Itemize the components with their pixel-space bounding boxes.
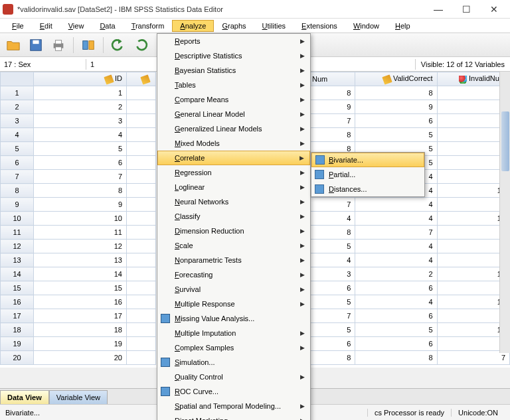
cell[interactable]: 11	[34, 226, 127, 240]
cell[interactable]: 8	[311, 86, 355, 100]
table-row[interactable]: 887	[311, 351, 510, 365]
tab-data-view[interactable]: Data View	[0, 390, 49, 404]
menu-transform[interactable]: Transform	[124, 20, 173, 32]
cell[interactable]: 5	[34, 142, 127, 156]
menu-edit[interactable]: Edit	[32, 20, 60, 32]
row-header[interactable]: 16	[1, 295, 34, 309]
menu-view[interactable]: View	[60, 20, 92, 32]
cell[interactable]: 5	[311, 295, 355, 309]
cell[interactable]	[127, 267, 156, 281]
row-header[interactable]: 11	[1, 226, 34, 240]
cell[interactable]: 12	[34, 240, 127, 253]
menu-item-simulation-[interactable]: Simulation...	[157, 355, 310, 370]
row-header[interactable]: 20	[1, 351, 34, 365]
menu-item-direct-marketing[interactable]: Direct Marketing▶	[157, 413, 310, 420]
table-row[interactable]: 2020	[1, 351, 156, 365]
row-header[interactable]: 1	[1, 86, 34, 100]
cell[interactable]: 8	[355, 351, 437, 365]
menu-item-regression[interactable]: Regression▶	[157, 165, 310, 180]
cell[interactable]: 6	[355, 337, 437, 351]
table-row[interactable]: 66	[1, 156, 156, 170]
table-row[interactable]: 1111	[1, 226, 156, 240]
tab-variable-view[interactable]: Variable View	[49, 390, 108, 404]
cell[interactable]: 2	[355, 267, 437, 281]
print-button[interactable]	[49, 36, 68, 54]
menu-item-compare-means[interactable]: Compare Means▶	[157, 92, 310, 107]
open-button[interactable]	[4, 36, 23, 54]
cell[interactable]: 8	[355, 86, 437, 100]
table-row[interactable]: 1919	[1, 337, 156, 351]
menu-item-roc-curve-[interactable]: ROC Curve...	[157, 384, 310, 399]
menu-item-loglinear[interactable]: Loglinear▶	[157, 180, 310, 194]
close-button[interactable]: ✕	[486, 1, 502, 17]
menu-item-missing-value-analysis-[interactable]: Missing Value Analysis...	[157, 311, 310, 326]
row-header[interactable]: 17	[1, 309, 34, 323]
cell[interactable]: 5	[311, 323, 355, 337]
cell[interactable]: 8	[311, 128, 355, 142]
table-row[interactable]: 77	[1, 170, 156, 184]
cell[interactable]: 4	[311, 212, 355, 226]
table-row[interactable]: 1515	[1, 281, 156, 295]
cell[interactable]: 9	[355, 100, 437, 114]
menu-item-quality-control[interactable]: Quality Control▶	[157, 370, 310, 384]
menu-extensions[interactable]: Extensions	[294, 20, 345, 32]
cell[interactable]	[127, 281, 156, 295]
menu-window[interactable]: Window	[345, 20, 387, 32]
cell[interactable]: 6	[355, 114, 437, 128]
cell[interactable]: 2	[34, 100, 127, 114]
cell[interactable]: 6	[311, 281, 355, 295]
menu-item-spatial-and-temporal-modeling-[interactable]: Spatial and Temporal Modeling...▶	[157, 399, 310, 413]
data-grid-right[interactable]: Num ValidCorrect InvalidNum 887996768857…	[310, 72, 510, 365]
row-header[interactable]: 10	[1, 212, 34, 226]
table-row[interactable]: 5510	[311, 323, 510, 337]
cell[interactable]: 5	[311, 240, 355, 253]
cell[interactable]: 10	[34, 212, 127, 226]
table-row[interactable]: 1818	[1, 323, 156, 337]
cell[interactable]: 6	[311, 337, 355, 351]
menu-item-classify[interactable]: Classify▶	[157, 209, 310, 224]
cell[interactable]: 8	[34, 184, 127, 198]
cell[interactable]: 3	[311, 267, 355, 281]
cell[interactable]: 18	[34, 323, 127, 337]
table-row[interactable]: 768	[311, 309, 510, 323]
row-header[interactable]: 13	[1, 253, 34, 267]
row-header[interactable]: 4	[1, 128, 34, 142]
cell[interactable]	[127, 226, 156, 240]
menu-item-general-linear-model[interactable]: General Linear Model▶	[157, 107, 310, 121]
cell[interactable]	[127, 323, 156, 337]
cell[interactable]: 9	[34, 198, 127, 212]
scrollbar-thumb[interactable]	[501, 111, 509, 171]
table-row[interactable]: 877	[311, 226, 510, 240]
cell[interactable]	[127, 128, 156, 142]
menu-item-multiple-response[interactable]: Multiple Response▶	[157, 297, 310, 311]
table-row[interactable]: 1010	[1, 212, 156, 226]
table-row[interactable]: 996	[311, 100, 510, 114]
cell[interactable]: 5	[355, 323, 437, 337]
cell[interactable]: 4	[355, 212, 437, 226]
menu-utilities[interactable]: Utilities	[254, 20, 294, 32]
save-button[interactable]	[27, 36, 45, 54]
cell[interactable]: 8	[311, 351, 355, 365]
cell[interactable]	[127, 309, 156, 323]
row-header[interactable]: 6	[1, 156, 34, 170]
cell[interactable]: 5	[355, 128, 437, 142]
cell[interactable]: 4	[355, 295, 437, 309]
cell[interactable]	[127, 142, 156, 156]
cell[interactable]: 7	[34, 170, 127, 184]
table-row[interactable]: 5410	[311, 295, 510, 309]
cell[interactable]	[127, 240, 156, 253]
maximize-button[interactable]: ☐	[458, 1, 474, 17]
cell[interactable]: 4	[311, 253, 355, 267]
table-row[interactable]: 11	[1, 86, 156, 100]
cell[interactable]: 15	[34, 281, 127, 295]
table-row[interactable]: 669	[311, 281, 510, 295]
table-row[interactable]: 748	[311, 198, 510, 212]
cell[interactable]	[127, 212, 156, 226]
cell[interactable]: 6	[34, 156, 127, 170]
column-header-cut[interactable]: Num	[311, 72, 355, 86]
menu-data[interactable]: Data	[92, 20, 123, 32]
cell[interactable]: 7	[311, 198, 355, 212]
cell[interactable]	[127, 114, 156, 128]
cell[interactable]	[127, 184, 156, 198]
table-row[interactable]: 4411	[311, 212, 510, 226]
